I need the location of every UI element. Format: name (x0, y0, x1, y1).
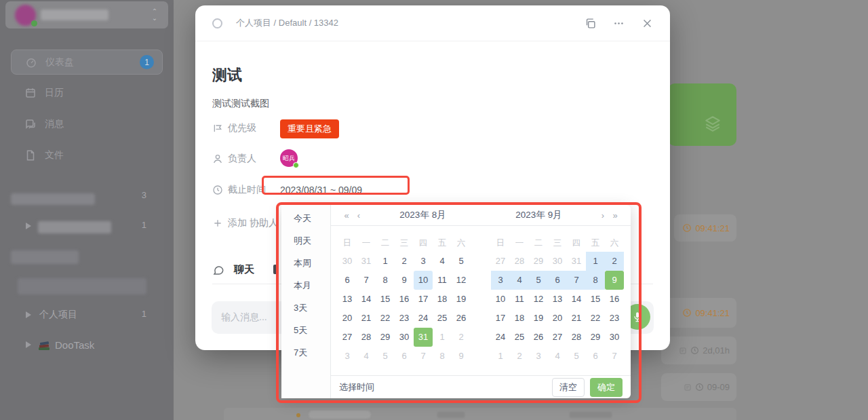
day-cell[interactable]: 24 (414, 309, 433, 328)
day-cell[interactable]: 2 (452, 328, 471, 347)
day-cell[interactable]: 15 (376, 290, 395, 309)
day-cell[interactable]: 8 (376, 271, 395, 290)
day-cell[interactable]: 1 (491, 347, 510, 366)
day-cell[interactable]: 30 (338, 252, 357, 271)
day-cell[interactable]: 10 (491, 290, 510, 309)
day-cell[interactable]: 13 (548, 290, 567, 309)
day-cell[interactable]: 28 (357, 328, 376, 347)
day-cell[interactable]: 1 (376, 252, 395, 271)
day-cell[interactable]: 13 (338, 290, 357, 309)
day-cell-selected[interactable]: 31 (414, 328, 433, 347)
day-cell[interactable]: 31 (567, 252, 586, 271)
day-cell[interactable]: 25 (510, 328, 529, 347)
copy-icon[interactable] (585, 18, 596, 29)
day-cell[interactable]: 29 (376, 328, 395, 347)
day-cell[interactable]: 5 (529, 271, 548, 290)
shortcut-本周[interactable]: 本周 (281, 252, 330, 274)
priority-badge[interactable]: 重要且紧急 (280, 119, 339, 138)
more-menu-icon[interactable] (613, 18, 625, 29)
day-cell[interactable]: 4 (357, 347, 376, 366)
day-cell[interactable]: 26 (529, 328, 548, 347)
breadcrumb[interactable]: 个人项目 / Default / 13342 (236, 17, 338, 29)
day-cell[interactable]: 20 (338, 309, 357, 328)
day-cell[interactable]: 14 (357, 290, 376, 309)
day-cell[interactable]: 2 (395, 252, 414, 271)
day-cell[interactable]: 8 (586, 271, 605, 290)
day-cell[interactable]: 30 (605, 328, 624, 347)
chevron-right-icon[interactable] (26, 341, 31, 348)
chevron-right-icon[interactable] (26, 223, 31, 229)
day-cell[interactable]: 16 (605, 290, 624, 309)
day-cell[interactable]: 6 (586, 347, 605, 366)
day-cell[interactable]: 6 (338, 271, 357, 290)
shortcut-今天[interactable]: 今天 (281, 207, 330, 229)
day-cell[interactable]: 3 (414, 252, 433, 271)
day-cell[interactable]: 22 (376, 309, 395, 328)
day-cell[interactable]: 25 (433, 309, 452, 328)
chevron-right-icon[interactable] (26, 311, 31, 318)
day-cell[interactable]: 27 (548, 328, 567, 347)
day-cell[interactable]: 4 (548, 347, 567, 366)
day-cell-today[interactable]: 10 (414, 271, 433, 290)
sidebar-item-files[interactable]: 文件 (11, 143, 163, 168)
day-cell[interactable]: 3 (491, 271, 510, 290)
sidebar-item-calendar[interactable]: 日历 (11, 81, 163, 105)
day-cell[interactable]: 23 (395, 309, 414, 328)
task-description[interactable]: 测试测试截图 (212, 98, 269, 110)
prev-year-icon[interactable]: « (340, 210, 353, 221)
day-cell[interactable]: 9 (395, 271, 414, 290)
day-cell[interactable]: 3 (338, 347, 357, 366)
chevron-updown-icon[interactable]: ⌃⌄ (149, 8, 160, 22)
deadline-input[interactable]: 2023/08/31 ~ 09/09 (280, 185, 362, 195)
sidebar-item-dashboard[interactable]: 仪表盘1 (11, 50, 163, 75)
day-cell[interactable]: 8 (433, 347, 452, 366)
next-year-icon[interactable]: » (609, 210, 621, 221)
day-cell[interactable]: 4 (433, 252, 452, 271)
day-cell[interactable]: 18 (433, 290, 452, 309)
day-cell[interactable]: 3 (529, 347, 548, 366)
day-cell[interactable]: 26 (452, 309, 471, 328)
shortcut-5天[interactable]: 5天 (281, 319, 330, 341)
shortcut-3天[interactable]: 3天 (281, 297, 330, 319)
day-cell[interactable]: 27 (338, 328, 357, 347)
day-cell[interactable]: 18 (510, 309, 529, 328)
day-cell[interactable]: 7 (357, 271, 376, 290)
day-cell[interactable]: 28 (567, 328, 586, 347)
day-cell[interactable]: 22 (586, 309, 605, 328)
close-icon[interactable] (642, 18, 653, 29)
task-title[interactable]: 测试 (212, 65, 242, 85)
shortcut-明天[interactable]: 明天 (281, 229, 330, 252)
day-cell[interactable]: 11 (433, 271, 452, 290)
day-cell[interactable]: 30 (395, 328, 414, 347)
task-status-circle[interactable] (212, 18, 222, 28)
day-cell[interactable]: 19 (529, 309, 548, 328)
prev-month-icon[interactable]: ‹ (353, 210, 365, 221)
day-cell[interactable]: 2 (510, 347, 529, 366)
day-cell[interactable]: 7 (414, 347, 433, 366)
day-cell[interactable]: 12 (529, 290, 548, 309)
day-cell[interactable]: 20 (548, 309, 567, 328)
day-cell[interactable]: 29 (529, 252, 548, 271)
day-cell[interactable]: 6 (395, 347, 414, 366)
day-cell[interactable]: 31 (357, 252, 376, 271)
day-cell[interactable]: 4 (510, 271, 529, 290)
day-cell[interactable]: 7 (567, 271, 586, 290)
day-cell[interactable]: 1 (433, 328, 452, 347)
day-cell[interactable]: 30 (548, 252, 567, 271)
day-cell[interactable]: 5 (376, 347, 395, 366)
confirm-button[interactable]: 确定 (590, 378, 623, 397)
day-cell[interactable]: 17 (414, 290, 433, 309)
sidebar-item-messages[interactable]: 消息 (11, 112, 163, 136)
day-cell[interactable]: 5 (452, 252, 471, 271)
add-helper-row[interactable]: 添加 协助人 (212, 216, 278, 231)
day-cell[interactable]: 12 (452, 271, 471, 290)
day-cell[interactable]: 24 (491, 328, 510, 347)
day-cell[interactable]: 17 (491, 309, 510, 328)
day-cell[interactable]: 21 (567, 309, 586, 328)
day-cell[interactable]: 21 (357, 309, 376, 328)
day-cell-selected[interactable]: 9 (605, 271, 624, 290)
sidebar-item-dootask[interactable]: DooTask (26, 339, 168, 351)
day-cell[interactable]: 19 (452, 290, 471, 309)
day-cell[interactable]: 27 (491, 252, 510, 271)
assignee-avatar[interactable]: 昭兵 (280, 149, 298, 167)
